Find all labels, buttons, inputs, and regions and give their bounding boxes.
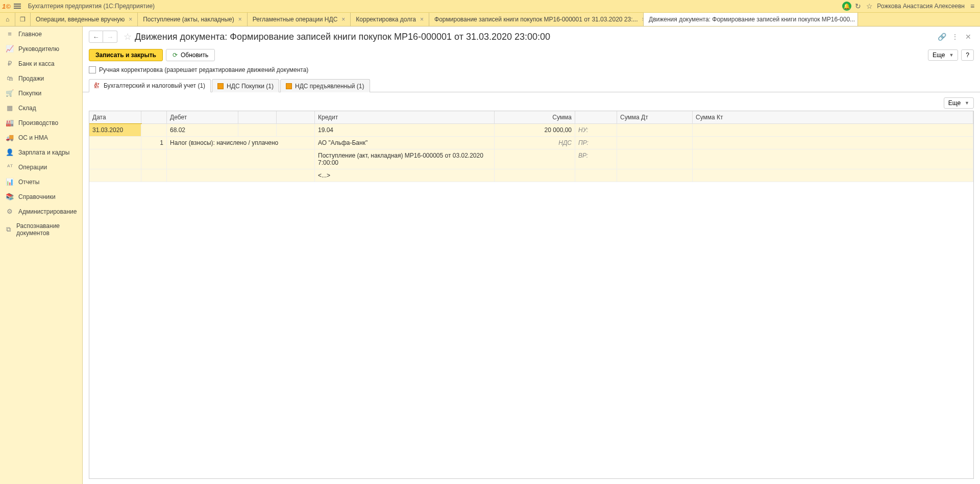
sidebar-item-1[interactable]: 📈Руководителю — [0, 41, 82, 56]
sidebar-label: ОС и НМА — [18, 134, 48, 141]
cell-seq[interactable] — [141, 124, 167, 137]
cell-pr[interactable]: ПР: — [575, 137, 617, 149]
sidebar-item-3[interactable]: 🛍Продажи — [0, 71, 82, 86]
sidebar-item-10[interactable]: 📊Отчеты — [0, 174, 82, 189]
sidebar-label: Продажи — [18, 75, 44, 82]
cell-deb-sub[interactable]: Налог (взносы): начислено / уплачено — [167, 137, 315, 149]
cell-sum2[interactable] — [495, 149, 575, 169]
accounting-grid[interactable]: Дата Дебет Кредит Сумма Сумма Дт Сумма К… — [89, 111, 974, 479]
link-icon[interactable]: 🔗 — [936, 31, 947, 42]
star-icon[interactable]: ☆ — [864, 1, 875, 12]
col-credit[interactable]: Кредит — [315, 111, 495, 123]
cell-cr-sub3[interactable]: <...> — [315, 169, 495, 182]
cell-date[interactable] — [89, 169, 141, 182]
sidebar-label: Склад — [18, 105, 36, 112]
cell-sumdt[interactable] — [617, 124, 693, 137]
col-date[interactable]: Дата — [89, 111, 141, 123]
refresh-icon: ⟳ — [173, 52, 178, 59]
sidebar-item-5[interactable]: ▦Склад — [0, 100, 82, 115]
settings-icon[interactable]: ≡ — [967, 1, 978, 12]
cell-deb-acc[interactable]: 68.02 — [167, 124, 238, 137]
cell-sumkt[interactable] — [693, 149, 973, 169]
windows-icon[interactable]: ❐ — [15, 13, 31, 26]
sidebar-item-4[interactable]: 🛒Покупки — [0, 86, 82, 100]
cell-seq[interactable] — [141, 149, 167, 169]
cell-sumdt[interactable] — [617, 149, 693, 169]
col-sum[interactable]: Сумма — [495, 111, 575, 123]
cell-cr-sub2[interactable]: Поступление (акт, накладная) МР16-000005… — [315, 149, 495, 169]
nav-back-button[interactable]: ← — [89, 31, 103, 43]
cell-vr[interactable]: ВР: — [575, 149, 617, 169]
sidebar-item-11[interactable]: 📚Справочники — [0, 189, 82, 204]
sidebar-item-9[interactable]: ᴬᵀОперации — [0, 160, 82, 174]
cell-date[interactable]: 31.03.2020 — [89, 124, 141, 137]
cell-nu[interactable]: НУ: — [575, 124, 617, 137]
inner-tab-1[interactable]: НДС Покупки (1) — [212, 79, 279, 92]
manual-edit-label: Ручная корректировка (разрешает редактир… — [99, 66, 308, 73]
tab-2[interactable]: Регламентные операции НДС× — [248, 13, 351, 26]
cell-seq[interactable]: 1 — [141, 137, 167, 149]
sidebar-label: Производство — [18, 119, 58, 126]
inner-tab-2[interactable]: НДС предъявленный (1) — [280, 79, 370, 92]
cell-sumd3[interactable] — [575, 169, 617, 182]
kebab-icon[interactable]: ⋮ — [949, 31, 961, 42]
cell-sum[interactable]: 20 000,00 — [495, 124, 575, 137]
cell-deb-sub2[interactable] — [167, 149, 315, 169]
col-sumkt[interactable]: Сумма Кт — [693, 111, 973, 123]
tab-3[interactable]: Корректировка долга× — [351, 13, 429, 26]
sidebar-item-12[interactable]: ⚙Администрирование — [0, 204, 82, 219]
history-icon[interactable]: ↻ — [852, 1, 864, 12]
sidebar-label: Отчеты — [18, 179, 39, 186]
manual-edit-checkbox[interactable] — [89, 66, 96, 73]
sidebar-item-6[interactable]: 🏭Производство — [0, 115, 82, 130]
cell-seq[interactable] — [141, 169, 167, 182]
sidebar-item-13[interactable]: ⧉Распознавание документов — [0, 219, 82, 240]
sidebar-item-7[interactable]: 🚚ОС и НМА — [0, 130, 82, 145]
col-sumdt[interactable]: Сумма Дт — [617, 111, 693, 123]
col-debit[interactable]: Дебет — [167, 111, 238, 123]
col-debit2[interactable] — [238, 111, 277, 123]
home-icon[interactable]: ⌂ — [0, 13, 15, 26]
cell-deb-sub3[interactable] — [167, 169, 315, 182]
close-icon[interactable]: ✕ — [963, 31, 974, 42]
col-debit3[interactable] — [277, 111, 315, 123]
tab-5[interactable]: Движения документа: Формирование записей… — [644, 13, 858, 26]
cell-date[interactable] — [89, 137, 141, 149]
cell-sumkt[interactable] — [693, 169, 973, 182]
close-icon[interactable]: × — [420, 16, 424, 23]
reg-icon — [217, 83, 224, 89]
col-sumd[interactable] — [575, 111, 617, 123]
cell-deb2[interactable] — [238, 124, 277, 137]
tab-4[interactable]: Формирование записей книги покупок МР16-… — [429, 13, 644, 26]
sidebar-item-2[interactable]: ₽Банк и касса — [0, 56, 82, 71]
inner-tab-0[interactable]: ДтКтБухгалтерский и налоговый учет (1) — [89, 79, 211, 92]
help-button[interactable]: ? — [961, 49, 974, 61]
close-icon[interactable]: × — [238, 16, 242, 23]
tab-0[interactable]: Операции, введенные вручную× — [31, 13, 138, 26]
bell-icon[interactable]: 🔔 — [841, 1, 852, 12]
save-close-button[interactable]: Записать и закрыть — [89, 49, 163, 61]
cell-sum3[interactable] — [495, 169, 575, 182]
cell-date[interactable] — [89, 149, 141, 169]
cell-sumkt[interactable] — [693, 124, 973, 137]
close-icon[interactable]: × — [129, 16, 132, 23]
cell-sumdt[interactable] — [617, 169, 693, 182]
cell-sumlab[interactable]: НДС — [495, 137, 575, 149]
cell-cr-sub1[interactable]: АО "Альфа-Банк" — [315, 137, 495, 149]
cell-deb3[interactable] — [277, 124, 315, 137]
grid-more-button[interactable]: Еще▼ — [944, 97, 974, 109]
sidebar-item-0[interactable]: ≡Главное — [0, 27, 82, 41]
tab-1[interactable]: Поступление (акты, накладные)× — [138, 13, 248, 26]
user-name[interactable]: Рожкова Анастасия Алексеевн — [875, 3, 967, 10]
cell-sumkt[interactable] — [693, 137, 973, 149]
caret-down-icon: ▼ — [949, 53, 953, 58]
refresh-button[interactable]: ⟳Обновить — [166, 49, 215, 61]
cell-cr-acc[interactable]: 19.04 — [315, 124, 495, 137]
close-icon[interactable]: × — [341, 16, 345, 23]
more-button[interactable]: Еще▼ — [928, 49, 958, 61]
hamburger-icon[interactable] — [14, 3, 23, 10]
cell-sumdt[interactable] — [617, 137, 693, 149]
col-seq[interactable] — [141, 111, 167, 123]
favorite-star-icon[interactable]: ☆ — [124, 31, 132, 42]
sidebar-item-8[interactable]: 👤Зарплата и кадры — [0, 145, 82, 160]
